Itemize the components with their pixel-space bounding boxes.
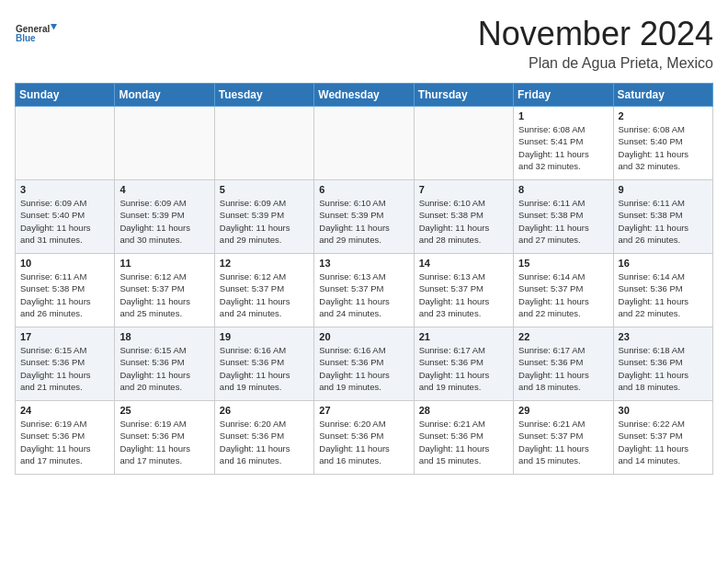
day-number: 29: [518, 405, 608, 416]
calendar-cell: [414, 107, 513, 180]
day-number: 30: [619, 405, 708, 416]
calendar-cell: 3Sunrise: 6:09 AMSunset: 5:40 PMDaylight…: [16, 180, 115, 254]
calendar-cell: 5Sunrise: 6:09 AMSunset: 5:39 PMDaylight…: [214, 180, 313, 254]
day-info: Sunrise: 6:17 AMSunset: 5:36 PMDaylight:…: [419, 344, 508, 393]
calendar-cell: [115, 107, 214, 180]
day-info: Sunrise: 6:09 AMSunset: 5:40 PMDaylight:…: [20, 197, 109, 246]
calendar-cell: 14Sunrise: 6:13 AMSunset: 5:37 PMDayligh…: [414, 254, 513, 327]
calendar-cell: 13Sunrise: 6:13 AMSunset: 5:37 PMDayligh…: [314, 254, 414, 327]
calendar-week-row: 10Sunrise: 6:11 AMSunset: 5:38 PMDayligh…: [16, 254, 713, 327]
calendar-cell: 15Sunrise: 6:14 AMSunset: 5:37 PMDayligh…: [514, 254, 613, 327]
calendar-cell: 2Sunrise: 6:08 AMSunset: 5:40 PMDaylight…: [613, 107, 712, 180]
day-info: Sunrise: 6:15 AMSunset: 5:36 PMDaylight:…: [20, 344, 109, 393]
day-info: Sunrise: 6:10 AMSunset: 5:39 PMDaylight:…: [319, 197, 408, 246]
calendar-cell: 16Sunrise: 6:14 AMSunset: 5:36 PMDayligh…: [613, 254, 712, 327]
calendar-cell: 22Sunrise: 6:17 AMSunset: 5:36 PMDayligh…: [514, 327, 613, 401]
day-number: 19: [220, 331, 309, 342]
day-number: 3: [20, 184, 109, 195]
day-info: Sunrise: 6:17 AMSunset: 5:36 PMDaylight:…: [518, 344, 608, 393]
calendar-cell: 21Sunrise: 6:17 AMSunset: 5:36 PMDayligh…: [414, 327, 513, 401]
calendar-cell: 30Sunrise: 6:22 AMSunset: 5:37 PMDayligh…: [613, 401, 712, 475]
day-number: 11: [119, 258, 209, 269]
calendar-cell: 8Sunrise: 6:11 AMSunset: 5:38 PMDaylight…: [514, 180, 613, 254]
calendar-cell: 18Sunrise: 6:15 AMSunset: 5:36 PMDayligh…: [115, 327, 214, 401]
day-number: 28: [419, 405, 508, 416]
day-number: 9: [619, 184, 708, 195]
day-info: Sunrise: 6:13 AMSunset: 5:37 PMDaylight:…: [419, 270, 508, 319]
day-number: 12: [220, 258, 309, 269]
calendar-cell: 29Sunrise: 6:21 AMSunset: 5:37 PMDayligh…: [514, 401, 613, 475]
day-info: Sunrise: 6:08 AMSunset: 5:41 PMDaylight:…: [518, 123, 608, 172]
weekday-header: Wednesday: [314, 84, 414, 107]
calendar-week-row: 3Sunrise: 6:09 AMSunset: 5:40 PMDaylight…: [16, 180, 713, 254]
calendar-cell: 19Sunrise: 6:16 AMSunset: 5:36 PMDayligh…: [214, 327, 313, 401]
day-info: Sunrise: 6:19 AMSunset: 5:36 PMDaylight:…: [119, 418, 209, 466]
month-title: November 2024: [478, 15, 713, 53]
day-number: 10: [20, 258, 109, 269]
day-number: 5: [220, 184, 309, 195]
calendar-cell: 27Sunrise: 6:20 AMSunset: 5:36 PMDayligh…: [314, 401, 414, 475]
weekday-header: Tuesday: [214, 84, 313, 107]
calendar-cell: 12Sunrise: 6:12 AMSunset: 5:37 PMDayligh…: [214, 254, 313, 327]
day-number: 1: [518, 110, 608, 121]
svg-text:Blue: Blue: [16, 33, 36, 43]
day-number: 6: [319, 184, 408, 195]
calendar-cell: 4Sunrise: 6:09 AMSunset: 5:39 PMDaylight…: [115, 180, 214, 254]
day-info: Sunrise: 6:09 AMSunset: 5:39 PMDaylight:…: [220, 197, 309, 246]
day-number: 15: [518, 258, 608, 269]
calendar-week-row: 1Sunrise: 6:08 AMSunset: 5:41 PMDaylight…: [16, 107, 713, 180]
calendar-cell: [314, 107, 414, 180]
day-info: Sunrise: 6:21 AMSunset: 5:37 PMDaylight:…: [518, 418, 608, 466]
day-info: Sunrise: 6:08 AMSunset: 5:40 PMDaylight:…: [619, 123, 708, 172]
page-header: General Blue November 2024 Plan de Agua …: [15, 15, 713, 72]
day-info: Sunrise: 6:14 AMSunset: 5:37 PMDaylight:…: [518, 270, 608, 319]
calendar-cell: 1Sunrise: 6:08 AMSunset: 5:41 PMDaylight…: [514, 107, 613, 180]
logo: General Blue: [15, 15, 61, 52]
day-number: 4: [119, 184, 209, 195]
day-number: 14: [419, 258, 508, 269]
day-number: 8: [518, 184, 608, 195]
day-number: 7: [419, 184, 508, 195]
day-number: 26: [220, 405, 309, 416]
day-info: Sunrise: 6:21 AMSunset: 5:36 PMDaylight:…: [419, 418, 508, 466]
calendar-cell: 25Sunrise: 6:19 AMSunset: 5:36 PMDayligh…: [115, 401, 214, 475]
calendar-cell: 7Sunrise: 6:10 AMSunset: 5:38 PMDaylight…: [414, 180, 513, 254]
calendar-cell: 26Sunrise: 6:20 AMSunset: 5:36 PMDayligh…: [214, 401, 313, 475]
day-info: Sunrise: 6:15 AMSunset: 5:36 PMDaylight:…: [119, 344, 209, 393]
day-info: Sunrise: 6:12 AMSunset: 5:37 PMDaylight:…: [119, 270, 209, 319]
day-info: Sunrise: 6:18 AMSunset: 5:36 PMDaylight:…: [619, 344, 708, 393]
day-number: 24: [20, 405, 109, 416]
svg-text:General: General: [16, 24, 50, 34]
svg-marker-2: [51, 24, 57, 30]
day-info: Sunrise: 6:22 AMSunset: 5:37 PMDaylight:…: [619, 418, 708, 466]
calendar-cell: 6Sunrise: 6:10 AMSunset: 5:39 PMDaylight…: [314, 180, 414, 254]
calendar-cell: 17Sunrise: 6:15 AMSunset: 5:36 PMDayligh…: [16, 327, 115, 401]
day-number: 21: [419, 331, 508, 342]
day-number: 20: [319, 331, 408, 342]
day-info: Sunrise: 6:14 AMSunset: 5:36 PMDaylight:…: [619, 270, 708, 319]
calendar-cell: 23Sunrise: 6:18 AMSunset: 5:36 PMDayligh…: [613, 327, 712, 401]
day-number: 2: [619, 110, 708, 121]
day-info: Sunrise: 6:13 AMSunset: 5:37 PMDaylight:…: [319, 270, 408, 319]
calendar-cell: 24Sunrise: 6:19 AMSunset: 5:36 PMDayligh…: [16, 401, 115, 475]
day-number: 13: [319, 258, 408, 269]
calendar-cell: 11Sunrise: 6:12 AMSunset: 5:37 PMDayligh…: [115, 254, 214, 327]
calendar-week-row: 24Sunrise: 6:19 AMSunset: 5:36 PMDayligh…: [16, 401, 713, 475]
day-number: 27: [319, 405, 408, 416]
day-number: 16: [619, 258, 708, 269]
calendar-cell: 9Sunrise: 6:11 AMSunset: 5:38 PMDaylight…: [613, 180, 712, 254]
day-number: 25: [119, 405, 209, 416]
title-block: November 2024 Plan de Agua Prieta, Mexic…: [478, 15, 713, 72]
weekday-header: Sunday: [16, 84, 115, 107]
day-info: Sunrise: 6:11 AMSunset: 5:38 PMDaylight:…: [619, 197, 708, 246]
day-info: Sunrise: 6:19 AMSunset: 5:36 PMDaylight:…: [20, 418, 109, 466]
calendar-table: SundayMondayTuesdayWednesdayThursdayFrid…: [15, 83, 713, 475]
weekday-header: Saturday: [613, 84, 712, 107]
calendar-cell: [16, 107, 115, 180]
day-info: Sunrise: 6:11 AMSunset: 5:38 PMDaylight:…: [20, 270, 109, 319]
location-title: Plan de Agua Prieta, Mexico: [478, 55, 713, 72]
day-number: 22: [518, 331, 608, 342]
day-number: 18: [119, 331, 209, 342]
day-info: Sunrise: 6:10 AMSunset: 5:38 PMDaylight:…: [419, 197, 508, 246]
day-info: Sunrise: 6:16 AMSunset: 5:36 PMDaylight:…: [319, 344, 408, 393]
